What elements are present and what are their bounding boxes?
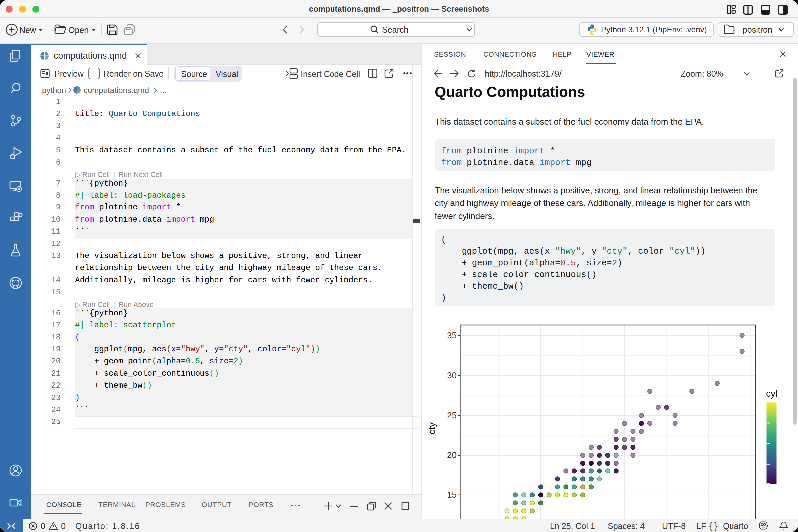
svg-text:35: 35 — [447, 330, 457, 341]
svg-text:20: 20 — [447, 450, 457, 460]
svg-text:15: 15 — [447, 490, 457, 500]
svg-text:30: 30 — [447, 370, 457, 380]
svg-text:cty: cty — [426, 422, 437, 434]
svg-text:cyl: cyl — [766, 388, 777, 399]
svg-text:25: 25 — [447, 410, 457, 420]
